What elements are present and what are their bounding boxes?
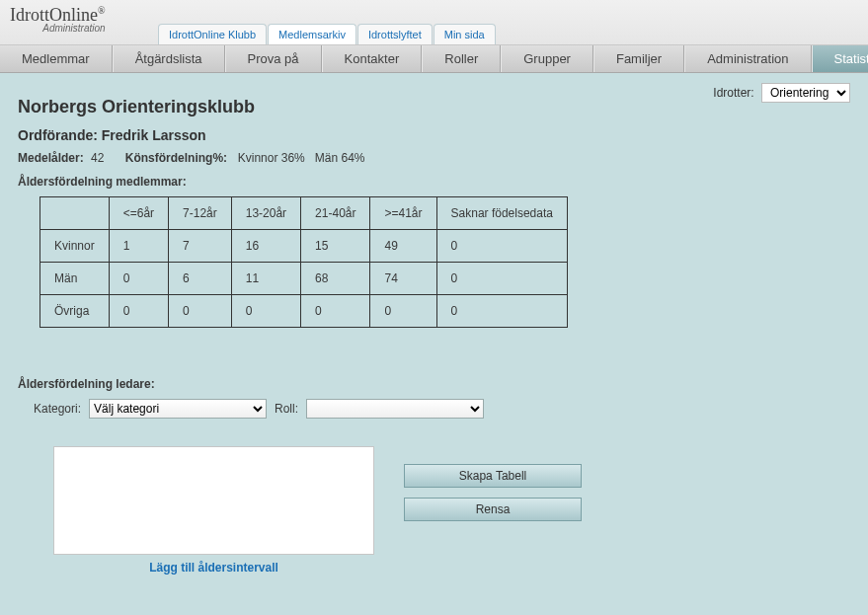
age-table-cell-1-1: 6 (169, 263, 232, 295)
age-table-col-5: Saknar födelsedata (436, 197, 567, 230)
content: Idrotter: Orientering Norbergs Orienteri… (0, 73, 868, 582)
age-table-cell-0-5: 0 (436, 230, 567, 263)
age-table-cell-0-3: 15 (301, 230, 370, 263)
button-column: Skapa Tabell Rensa (404, 464, 582, 521)
age-table-cell-1-0: 0 (109, 263, 168, 295)
age-table-cell-0-0: 1 (109, 230, 168, 263)
leaders-block: Åldersfördelning ledare: Kategori: Välj … (18, 377, 850, 419)
roll-select[interactable] (306, 399, 484, 419)
logo-sub: Administration (10, 24, 106, 34)
age-table-cell-2-0: 0 (109, 295, 168, 328)
stats-line: Medelålder: 42 Könsfördelning%: Kvinnor … (18, 151, 850, 165)
gender-pct-kvinnor-value: 36% (281, 151, 305, 165)
ordforande: Ordförande: Fredrik Larsson (18, 127, 850, 143)
age-table-row-label-0: Kvinnor (40, 230, 110, 263)
rensa-button[interactable]: Rensa (404, 498, 582, 521)
age-table-col-1: 7-12år (169, 197, 232, 230)
roll-label: Roll: (275, 402, 298, 416)
gender-pct-man-label: Män (315, 151, 338, 165)
age-table-cell-0-4: 49 (370, 230, 436, 263)
age-table-cell-2-1: 0 (169, 295, 232, 328)
age-table-title: Åldersfördelning medlemmar: (18, 175, 850, 189)
table-row: Övriga000000 (40, 295, 568, 328)
nav-item-familjer[interactable]: Familjer (593, 45, 684, 72)
nav-item-statistik[interactable]: Statistik (812, 45, 868, 72)
age-table-col-3: 21-40år (301, 197, 370, 230)
module-tab-3[interactable]: Min sida (434, 24, 496, 44)
gender-pct-man-value: 64% (342, 151, 365, 165)
age-table-cell-2-2: 0 (231, 295, 300, 328)
nav-row: MedlemmarÅtgärdslistaProva påKontakterRo… (0, 45, 868, 73)
module-tab-2[interactable]: Idrottslyftet (357, 24, 433, 44)
nav-item-administration[interactable]: Administration (684, 45, 811, 72)
age-table-col-0: <=6år (109, 197, 168, 230)
top-bar: IdrottOnline® Administration IdrottOnlin… (0, 0, 868, 45)
idrotter-select[interactable]: Orientering (761, 83, 850, 103)
nav-item-grupper[interactable]: Grupper (501, 45, 593, 72)
age-table-col-4: >=41år (370, 197, 436, 230)
kategori-label: Kategori: (34, 402, 81, 416)
avg-age-value: 42 (91, 151, 104, 165)
idrotter-label: Idrotter: (713, 86, 753, 100)
nav-item-prova på[interactable]: Prova på (225, 45, 322, 72)
age-table-cell-1-3: 68 (301, 263, 370, 295)
logo-text: IdrottOnline (10, 5, 98, 25)
add-age-interval-link[interactable]: Lägg till åldersintervall (53, 561, 374, 575)
age-table: <=6år7-12år13-20år21-40år>=41årSaknar fö… (39, 196, 568, 328)
logo: IdrottOnline® Administration (10, 6, 106, 34)
age-table-corner (40, 197, 110, 230)
age-table-cell-1-5: 0 (436, 263, 567, 295)
bottom-area: Skapa Tabell Rensa (18, 446, 850, 555)
module-tabs: IdrottOnline KlubbMedlemsarkivIdrottslyf… (158, 24, 496, 44)
ordforande-name: Fredrik Larsson (102, 127, 206, 143)
age-table-cell-0-2: 16 (231, 230, 300, 263)
age-table-row-label-1: Män (40, 263, 110, 295)
age-table-row-label-2: Övriga (40, 295, 110, 328)
age-interval-box[interactable] (53, 446, 374, 555)
skapa-tabell-button[interactable]: Skapa Tabell (404, 464, 582, 488)
nav-item-roller[interactable]: Roller (422, 45, 501, 72)
module-tab-1[interactable]: Medlemsarkiv (268, 24, 356, 44)
kategori-select[interactable]: Välj kategori (89, 399, 267, 419)
age-table-cell-1-4: 74 (370, 263, 436, 295)
ordforande-label: Ordförande: (18, 127, 98, 143)
idrotter-picker: Idrotter: Orientering (713, 83, 850, 103)
nav-item-åtgärdslista[interactable]: Åtgärdslista (113, 45, 225, 72)
gender-pct-kvinnor-label: Kvinnor (238, 151, 278, 165)
module-tab-0[interactable]: IdrottOnline Klubb (158, 24, 267, 44)
logo-reg: ® (98, 5, 106, 16)
gender-pct-label: Könsfördelning%: (125, 151, 227, 165)
age-table-cell-1-2: 11 (231, 263, 300, 295)
leaders-title: Åldersfördelning ledare: (18, 377, 850, 391)
table-row: Män061168740 (40, 263, 568, 295)
age-table-cell-2-5: 0 (436, 295, 567, 328)
age-table-cell-2-3: 0 (301, 295, 370, 328)
nav-item-kontakter[interactable]: Kontakter (322, 45, 423, 72)
age-table-cell-2-4: 0 (370, 295, 436, 328)
table-row: Kvinnor171615490 (40, 230, 568, 263)
nav-item-medlemmar[interactable]: Medlemmar (0, 45, 113, 72)
leaders-controls: Kategori: Välj kategori Roll: (18, 399, 850, 419)
avg-age-label: Medelålder: (18, 151, 84, 165)
age-table-cell-0-1: 7 (169, 230, 232, 263)
age-table-col-2: 13-20år (231, 197, 300, 230)
